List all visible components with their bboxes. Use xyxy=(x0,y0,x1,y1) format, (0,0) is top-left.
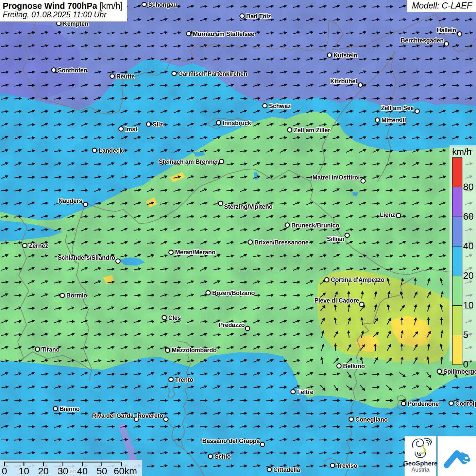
city-marker xyxy=(169,250,173,255)
city-marker xyxy=(110,74,115,79)
city-label: Sillian xyxy=(327,236,344,242)
city-label: Meran/Merano xyxy=(175,249,216,256)
city-marker xyxy=(166,348,170,353)
city-marker xyxy=(240,14,244,18)
city-label: Kitzbühel xyxy=(330,78,357,85)
city-label: Brixen/Bressanone xyxy=(254,239,309,246)
brand-country: Austria xyxy=(411,467,429,473)
scalebar-label: 40 xyxy=(77,466,88,476)
legend-tick-label: 20 xyxy=(463,270,474,281)
city-label: Garmisch-Partenkirchen xyxy=(178,70,247,77)
page-title: Prognose Wind 700hPa [km/h] xyxy=(3,1,123,11)
city-label: Reutte xyxy=(116,73,135,80)
city-label: Bienno xyxy=(60,406,80,412)
city-marker xyxy=(187,32,191,36)
map-scale-bar: 0102030405060km xyxy=(0,460,142,476)
city-marker xyxy=(267,468,272,472)
city-label: Bassano del Grappa xyxy=(202,438,260,444)
city-marker xyxy=(142,2,147,7)
city-label: Conegliano xyxy=(355,416,388,423)
city-marker xyxy=(285,223,290,227)
city-label: Cles xyxy=(168,314,181,321)
city-label: Pordenone xyxy=(408,401,439,407)
city-marker xyxy=(53,407,58,411)
legend-unit-label: km/h xyxy=(452,147,476,157)
city-marker xyxy=(245,326,250,331)
city-marker xyxy=(349,417,354,422)
legend-segment xyxy=(453,217,462,247)
city-marker xyxy=(458,32,462,36)
city-marker xyxy=(396,214,401,218)
city-marker xyxy=(84,202,88,207)
city-label: Hallein xyxy=(437,27,456,34)
city-label: Schongau xyxy=(148,1,177,8)
city-label: Schlanders/Silandro xyxy=(58,254,115,261)
city-label: Bad Tölz xyxy=(246,13,271,20)
legend-tick-label: 60 xyxy=(463,211,474,222)
city-label: Tirano xyxy=(41,346,60,353)
city-marker xyxy=(415,109,420,114)
city: Murnau am Staffelsee xyxy=(187,31,255,37)
city-marker xyxy=(35,347,40,352)
city-label: Pieve di Cadore xyxy=(314,297,359,304)
city-marker xyxy=(345,233,350,238)
geosphere-logo-box: GeoSphere Austria xyxy=(405,436,436,476)
scale-ruler: 0102030405060km xyxy=(0,460,141,476)
city-marker xyxy=(402,402,406,406)
city-marker xyxy=(57,21,61,26)
city-label: Cittadella xyxy=(273,466,300,473)
city-marker xyxy=(119,127,123,131)
city-label: Landeck xyxy=(99,147,123,154)
city-label: Schio xyxy=(215,453,231,460)
city-label: Lienz xyxy=(380,211,395,218)
city-marker xyxy=(288,128,292,132)
city-label: Trento xyxy=(175,376,193,383)
title-box: Prognose Wind 700hPa [km/h] Freitag, 01.… xyxy=(0,0,127,22)
city-label: Mittersill xyxy=(381,117,406,124)
city-marker xyxy=(60,293,65,298)
model-label: Modell: C-LAEF xyxy=(407,0,476,12)
city-marker xyxy=(291,390,295,394)
legend-segment xyxy=(453,335,462,364)
city-marker xyxy=(92,148,97,153)
city-marker xyxy=(162,316,167,320)
city-marker xyxy=(169,377,173,382)
valid-time: Freitag, 01.08.2025 11:00 Uhr xyxy=(3,11,123,19)
city-marker xyxy=(330,463,335,468)
city: Brixen/Bressanone xyxy=(248,239,309,246)
city-label: Zell am See xyxy=(381,105,414,112)
legend-segment xyxy=(453,247,462,276)
scalebar-label: 10 xyxy=(19,466,29,476)
scalebar-label: 0 xyxy=(2,466,7,476)
city-label: Bormio xyxy=(66,292,87,299)
legend-tick-label: 10 xyxy=(463,300,474,311)
geosphere-contour-icon xyxy=(408,436,433,459)
city-marker xyxy=(444,42,449,46)
city-label: Steinach am Brenner xyxy=(159,158,218,165)
city: Zell am Ziller xyxy=(288,127,330,134)
scalebar-label: 30 xyxy=(57,466,68,476)
mountain-cloud-icon xyxy=(441,440,473,473)
legend-colorbar xyxy=(452,157,462,365)
legend-segment xyxy=(453,306,462,335)
city-label: Bozen/Bolzano xyxy=(212,290,255,296)
city: Bruneck/Brunico xyxy=(285,222,340,229)
city-marker xyxy=(217,121,221,125)
city-marker xyxy=(147,122,151,126)
city-label: Zernez xyxy=(29,242,48,249)
city-marker xyxy=(116,259,120,264)
scalebar-label: 20 xyxy=(38,466,49,476)
city-marker xyxy=(437,369,442,374)
city-label: Rovereto xyxy=(137,412,163,419)
city-label: Belluno xyxy=(343,363,365,370)
legend-segment xyxy=(453,158,462,187)
city-label: Codroipo xyxy=(455,400,476,407)
city-label: Riva del Garda xyxy=(92,412,134,419)
wind-forecast-map-page: SchongauBad TölzKemptenMurnau am Staffel… xyxy=(0,0,476,476)
weather-map: SchongauBad TölzKemptenMurnau am Staffel… xyxy=(0,0,476,476)
legend-tick-label: 5 xyxy=(463,329,469,340)
city-label: Predazzo xyxy=(219,322,245,328)
city-label: Innsbruck xyxy=(223,120,251,126)
city-marker xyxy=(248,240,253,244)
city-label: Murnau am Staffelsee xyxy=(193,31,254,37)
